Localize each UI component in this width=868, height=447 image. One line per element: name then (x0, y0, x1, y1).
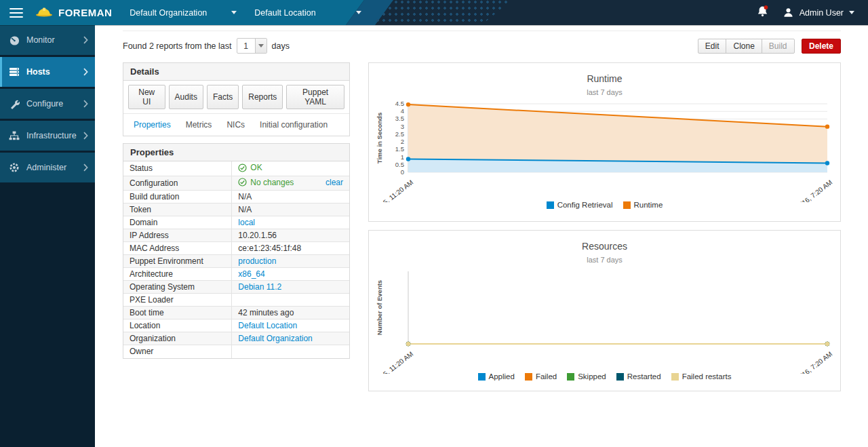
sidebar-item-label: Infrastructure (26, 131, 77, 140)
svg-text:11/25, 11:20 AM: 11/25, 11:20 AM (374, 350, 414, 374)
svg-text:Time in Seconds: Time in Seconds (376, 113, 383, 163)
property-value-link[interactable]: local (238, 218, 255, 227)
sidebar-item-monitor[interactable]: Monitor (0, 25, 95, 55)
tab-metrics[interactable]: Metrics (178, 114, 220, 136)
clone-button[interactable]: Clone (726, 39, 762, 54)
property-value-link[interactable]: Default Organization (238, 334, 312, 343)
property-label: MAC Address (123, 242, 232, 255)
check-circle-icon (238, 163, 247, 172)
check-circle-icon (238, 178, 247, 187)
details-panel-title: Details (123, 63, 349, 81)
legend-label: Runtime (634, 201, 663, 209)
delete-button[interactable]: Delete (802, 39, 841, 54)
notifications-button[interactable] (756, 5, 769, 20)
chart-subtitle: last 7 days (369, 88, 840, 96)
legend-swatch (547, 201, 554, 209)
property-value-link[interactable]: Default Location (238, 321, 297, 330)
svg-text:3: 3 (400, 123, 403, 130)
property-value: OK (232, 161, 349, 176)
property-label: Operating System (123, 281, 232, 294)
chevron-right-icon (83, 163, 88, 172)
property-value: Default Organization (232, 332, 349, 345)
runtime-chart-panel: Runtime last 7 days 00.511.522.533.544.5… (368, 62, 841, 222)
sidebar-item-label: Administer (26, 163, 66, 172)
tab-nics[interactable]: NICs (219, 114, 252, 136)
details-button-audits[interactable]: Audits (169, 85, 203, 109)
resources-chart: Number of Events11/25, 11:20 AM12/16, 7:… (374, 267, 835, 374)
org-selector[interactable]: Default Organization (130, 8, 237, 18)
svg-text:2: 2 (400, 138, 403, 145)
legend-label: Restarted (627, 372, 661, 381)
legend-swatch (567, 373, 574, 381)
legend-item-skipped[interactable]: Skipped (567, 372, 606, 381)
property-value (232, 294, 349, 307)
property-row: Architecturex86_64 (123, 268, 349, 281)
details-button-reports[interactable]: Reports (242, 85, 283, 109)
tab-initial-configuration[interactable]: Initial configuration (252, 114, 335, 136)
legend-label: Failed restarts (682, 372, 732, 381)
legend-item-runtime[interactable]: Runtime (623, 201, 663, 209)
property-label: Puppet Environment (123, 255, 232, 268)
user-menu[interactable]: Admin User (783, 7, 854, 18)
property-row: StatusOK (123, 161, 349, 176)
properties-panel: Properties StatusOKConfigurationNo chang… (123, 143, 350, 359)
sidebar-item-label: Monitor (26, 35, 55, 45)
legend-label: Config Retrieval (557, 201, 613, 209)
property-row: Operating SystemDebian 11.2 (123, 281, 349, 294)
details-button-puppet-yaml[interactable]: Puppet YAML (286, 85, 344, 109)
property-label: Architecture (123, 268, 232, 281)
property-value: No changesclear (232, 176, 349, 191)
property-value-link[interactable]: production (238, 256, 276, 266)
property-value: 10.20.1.56 (232, 229, 349, 242)
property-value: Debian 11.2 (232, 281, 349, 294)
location-selector-label: Default Location (254, 8, 315, 18)
property-row: IP Address10.20.1.56 (123, 229, 349, 242)
property-value-link[interactable]: Debian 11.2 (238, 282, 281, 292)
property-value: N/A (232, 191, 349, 203)
select-caret-icon (255, 39, 267, 53)
report-summary: Found 2 reports from the last 1 days (123, 38, 290, 54)
property-value: N/A (232, 203, 349, 216)
property-label: IP Address (123, 229, 232, 242)
svg-text:Number of Events: Number of Events (376, 280, 383, 335)
chevron-right-icon (83, 36, 88, 44)
property-value: x86_64 (232, 268, 349, 281)
property-value (232, 345, 349, 358)
legend-label: Failed (536, 372, 557, 381)
legend-item-failed[interactable]: Failed (525, 372, 557, 381)
legend-label: Applied (489, 372, 515, 381)
sidebar-item-hosts[interactable]: Hosts (0, 57, 95, 87)
status-text: No changes (250, 178, 294, 187)
clear-link[interactable]: clear (326, 178, 343, 187)
svg-text:0.5: 0.5 (395, 161, 403, 168)
legend-item-config-retrieval[interactable]: Config Retrieval (547, 201, 613, 209)
details-button-facts[interactable]: Facts (207, 85, 239, 109)
legend-label: Skipped (578, 372, 606, 381)
property-value: production (232, 255, 349, 268)
property-row: Build durationN/A (123, 191, 349, 203)
property-row: Boot time42 minutes ago (123, 307, 349, 319)
details-button-new-ui[interactable]: New UI (128, 85, 165, 109)
sidebar-item-configure[interactable]: Configure (0, 89, 95, 119)
property-value-link[interactable]: x86_64 (238, 269, 264, 279)
sidebar-item-infrastructure[interactable]: Infrastructure (0, 121, 95, 151)
svg-text:1: 1 (400, 153, 403, 161)
property-row: Domainlocal (123, 216, 349, 229)
svg-text:12/16, 7:20 AM: 12/16, 7:20 AM (793, 350, 833, 374)
legend-item-failed-restarts[interactable]: Failed restarts (671, 372, 732, 381)
brand-text: FOREMAN (58, 7, 112, 18)
days-select[interactable]: 1 (237, 38, 267, 54)
legend-item-restarted[interactable]: Restarted (616, 372, 661, 381)
property-row: MAC Addressce:e1:23:45:1f:48 (123, 242, 349, 255)
tab-properties[interactable]: Properties (126, 114, 178, 136)
legend-swatch (616, 373, 624, 381)
property-label: Configuration (123, 176, 232, 191)
edit-button[interactable]: Edit (698, 39, 727, 54)
build-button: Build (762, 39, 795, 54)
location-selector[interactable]: Default Location (254, 8, 361, 18)
menu-toggle-button[interactable] (9, 5, 23, 20)
sidebar-item-administer[interactable]: Administer (0, 153, 95, 182)
chevron-right-icon (83, 68, 88, 76)
legend-item-applied[interactable]: Applied (478, 372, 515, 381)
svg-text:11/25, 11:20 AM: 11/25, 11:20 AM (374, 178, 414, 202)
